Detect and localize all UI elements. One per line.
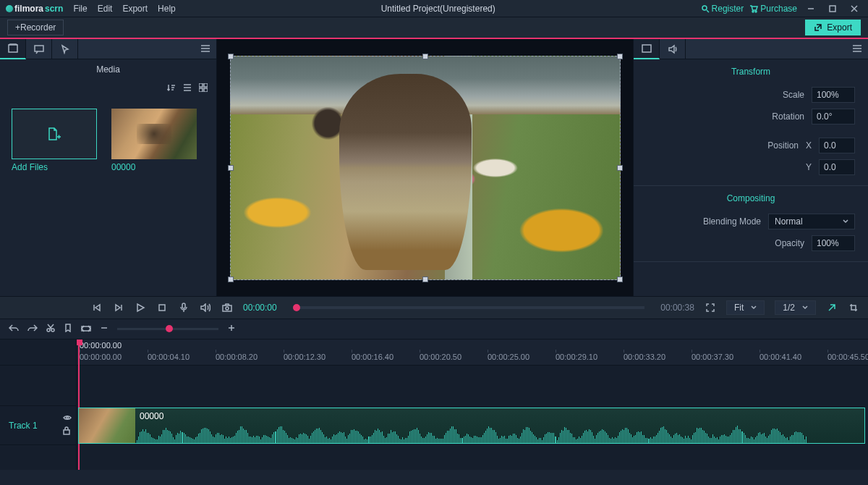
media-view-tools bbox=[0, 80, 216, 97]
lock-icon[interactable] bbox=[63, 426, 72, 437]
snapshot-icon[interactable] bbox=[221, 303, 233, 312]
ruler-tick: 00:00:45.50 bbox=[827, 353, 868, 361]
resize-handle[interactable] bbox=[228, 165, 234, 171]
logo-accent: scrn bbox=[45, 4, 63, 14]
menu-export[interactable]: Export bbox=[122, 4, 148, 14]
media-panel: Media Add Files 00000 bbox=[0, 39, 217, 296]
eye-icon[interactable] bbox=[63, 413, 72, 423]
prev-frame-icon[interactable] bbox=[91, 303, 103, 312]
resize-handle[interactable] bbox=[422, 277, 428, 282]
register-link[interactable]: Register bbox=[701, 4, 744, 14]
svg-point-0 bbox=[702, 6, 707, 10]
duration: 00:00:38 bbox=[660, 303, 694, 313]
zoom-slider[interactable] bbox=[117, 328, 218, 330]
tab-audio-props[interactable] bbox=[660, 39, 686, 59]
export-button[interactable]: Export bbox=[805, 20, 861, 35]
window-actions: Register Purchase bbox=[701, 2, 862, 15]
opacity-label: Opacity bbox=[775, 238, 804, 248]
add-files-tile[interactable]: Add Files bbox=[12, 109, 97, 172]
opacity-input[interactable] bbox=[812, 235, 855, 251]
zoom-out-icon[interactable] bbox=[100, 324, 109, 334]
current-time: 00:00:00 bbox=[243, 303, 277, 313]
fit-dropdown[interactable]: Fit bbox=[726, 300, 765, 315]
scrub-bar[interactable] bbox=[293, 306, 645, 309]
purchase-link[interactable]: Purchase bbox=[749, 4, 797, 14]
cut-icon[interactable] bbox=[46, 324, 55, 334]
ruler-tick: 00:00:33.20 bbox=[624, 353, 665, 361]
next-frame-icon[interactable] bbox=[113, 303, 124, 312]
ruler-tick: 00:00:16.40 bbox=[352, 353, 393, 361]
grid-view-icon[interactable] bbox=[199, 83, 208, 94]
minimize-button[interactable] bbox=[803, 2, 819, 15]
app-logo: filmora scrn bbox=[6, 4, 63, 14]
resize-handle[interactable] bbox=[617, 54, 623, 59]
arrow-icon[interactable] bbox=[826, 303, 838, 312]
svg-rect-7 bbox=[204, 83, 208, 87]
menu-edit[interactable]: Edit bbox=[98, 4, 113, 14]
scale-input[interactable] bbox=[812, 87, 855, 103]
resize-handle[interactable] bbox=[228, 277, 234, 282]
pos-x-input[interactable] bbox=[819, 138, 855, 153]
zoom-in-icon[interactable] bbox=[227, 324, 236, 334]
svg-rect-11 bbox=[159, 305, 165, 311]
tab-media[interactable] bbox=[0, 39, 26, 59]
media-clip-tile[interactable]: 00000 bbox=[111, 109, 197, 172]
ruler-tick: 00:00:37.30 bbox=[692, 353, 733, 361]
menu-bar: filmora scrn File Edit Export Help Untit… bbox=[0, 0, 868, 17]
mic-icon[interactable] bbox=[178, 303, 190, 313]
logo-icon bbox=[6, 5, 13, 12]
stop-icon[interactable] bbox=[156, 303, 168, 312]
tab-video-props[interactable] bbox=[634, 39, 660, 59]
audio-waveform bbox=[79, 427, 864, 443]
sort-icon[interactable] bbox=[167, 83, 176, 94]
track-headers: Track 1 bbox=[0, 340, 77, 470]
crop-icon[interactable] bbox=[848, 303, 859, 312]
svg-point-1 bbox=[752, 11, 754, 12]
close-button[interactable] bbox=[846, 2, 862, 15]
ruler-tick: 00:00:20.50 bbox=[420, 353, 461, 361]
recorder-button[interactable]: +Recorder bbox=[7, 20, 64, 35]
time-ruler[interactable]: 00:00:00.00 00:00:00.0000:00:04.1000:00:… bbox=[77, 340, 868, 366]
ruler-tick: 00:00:04.10 bbox=[148, 353, 190, 361]
logo-text: filmora bbox=[14, 4, 43, 14]
blend-label: Blending Mode bbox=[703, 216, 761, 227]
resize-handle[interactable] bbox=[617, 165, 623, 171]
svg-rect-8 bbox=[199, 88, 203, 92]
properties-panel-menu[interactable] bbox=[846, 44, 868, 54]
ruler-tick: 00:00:08.20 bbox=[216, 353, 258, 361]
menu-help[interactable]: Help bbox=[158, 4, 176, 14]
tab-cursor[interactable] bbox=[52, 39, 78, 59]
menu-file[interactable]: File bbox=[73, 4, 87, 14]
transform-title: Transform bbox=[634, 67, 868, 77]
tab-annotations[interactable] bbox=[26, 39, 52, 59]
scale-dropdown[interactable]: 1/2 bbox=[775, 300, 816, 315]
resize-handle[interactable] bbox=[228, 54, 234, 59]
undo-icon[interactable] bbox=[9, 324, 19, 334]
maximize-button[interactable] bbox=[825, 2, 841, 15]
rotation-label: Rotation bbox=[772, 111, 804, 122]
resize-handle[interactable] bbox=[617, 277, 623, 282]
list-view-icon[interactable] bbox=[183, 83, 192, 94]
ruler-tick: 00:00:25.00 bbox=[488, 353, 529, 361]
svg-rect-4 bbox=[9, 45, 17, 52]
video-preview[interactable] bbox=[230, 56, 621, 280]
play-icon[interactable] bbox=[135, 303, 146, 313]
playhead[interactable] bbox=[78, 340, 80, 470]
media-title: Media bbox=[0, 59, 216, 80]
ripple-icon[interactable] bbox=[81, 324, 91, 334]
fullscreen-icon[interactable] bbox=[705, 303, 716, 312]
media-panel-menu[interactable] bbox=[195, 44, 216, 54]
marker-icon[interactable] bbox=[64, 324, 72, 334]
pos-y-input[interactable] bbox=[819, 159, 855, 175]
volume-icon[interactable] bbox=[200, 303, 211, 312]
svg-rect-3 bbox=[830, 6, 835, 12]
timeline-clip[interactable]: 00000 bbox=[78, 408, 865, 444]
rotation-input[interactable] bbox=[812, 109, 855, 125]
track-header[interactable]: Track 1 bbox=[0, 406, 76, 445]
blend-select[interactable]: Normal bbox=[768, 214, 855, 229]
redo-icon[interactable] bbox=[27, 324, 38, 334]
timeline-tracks[interactable]: 00:00:00.00 00:00:00.0000:00:04.1000:00:… bbox=[77, 340, 868, 470]
resize-handle[interactable] bbox=[422, 54, 428, 59]
media-clip-label: 00000 bbox=[111, 162, 197, 172]
svg-point-15 bbox=[47, 329, 50, 332]
